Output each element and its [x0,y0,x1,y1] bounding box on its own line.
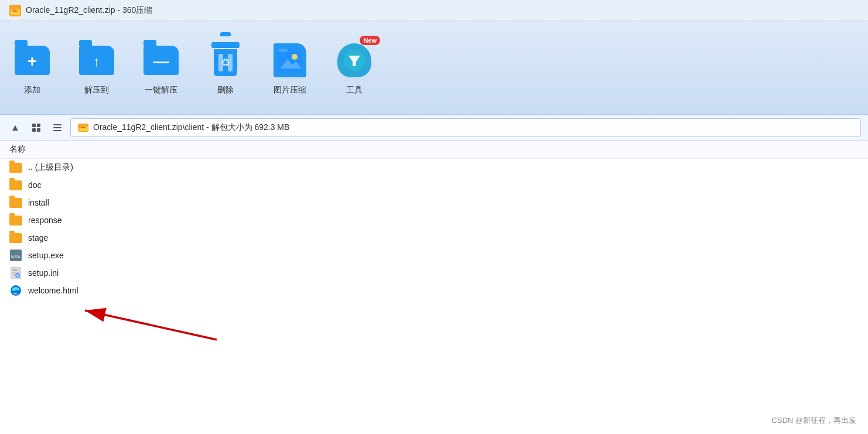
file-list-area: 名称 .. (上级目录) doc install response [0,141,868,434]
svg-rect-20 [81,127,86,128]
file-item-welcome-html[interactable]: welcome.html [0,282,868,299]
nav-up-button[interactable]: ▲ [7,119,23,136]
file-item-doc[interactable]: doc [0,176,868,194]
column-header-name: 名称 [0,141,868,159]
svg-rect-14 [53,124,61,125]
file-item-name: setup.exe [28,251,64,260]
file-item-name: setup.ini [28,268,59,278]
svg-rect-5 [278,49,288,52]
folder-icon [9,233,22,243]
watermark: CSDN @新征程，再出发 [771,415,856,426]
svg-rect-12 [32,128,36,132]
zip-path-icon [78,124,88,132]
file-item-name: stage [28,233,48,242]
one-click-icon: — [141,40,181,80]
toolbar-img-compress-label: 图片压缩 [274,85,306,95]
toolbar-one-click-label: 一键解压 [145,85,177,95]
folder-icon [9,197,22,208]
delete-icon: ♻ [206,40,245,80]
html-icon [9,285,22,296]
file-item-setup-exe[interactable]: EXE setup.exe [0,247,868,264]
folder-icon [9,180,22,190]
toolbar-add[interactable]: + 添加 [12,40,53,95]
svg-text:EXE: EXE [11,254,20,259]
toolbar-one-click[interactable]: — 一键解压 [141,40,182,95]
toolbar-extract-to-label: 解压到 [84,85,109,95]
file-item-name: response [28,216,62,225]
folder-icon [9,162,22,173]
svg-rect-2 [11,8,15,11]
main-content: + 添加 ↑ 解压到 — 一键解压 [0,21,868,434]
file-item-name: .. (上级目录) [28,162,73,173]
svg-rect-10 [32,124,36,127]
svg-rect-11 [37,124,40,127]
nav-grid-view-button[interactable] [28,119,45,136]
file-item-name: welcome.html [28,286,78,295]
address-path-text: Oracle_11gR2_client.zip\client - 解包大小为 6… [93,122,289,133]
svg-rect-13 [37,128,40,132]
img-compress-icon [270,40,310,80]
toolbar-add-label: 添加 [24,85,40,95]
svg-point-6 [292,54,298,60]
svg-rect-15 [53,127,61,128]
svg-rect-25 [12,272,20,273]
file-item-name: doc [28,180,42,190]
file-item-install[interactable]: install [0,194,868,211]
app-icon [9,5,21,16]
file-item-response[interactable]: response [0,211,868,229]
toolbar-tools[interactable]: New 工具 [334,40,375,95]
file-item-setup-ini[interactable]: setup.ini [0,264,868,282]
toolbar-tools-label: 工具 [346,85,363,95]
folder-icon [9,215,22,225]
svg-rect-24 [12,269,18,271]
svg-rect-23 [11,267,21,279]
toolbar: + 添加 ↑ 解压到 — 一键解压 [0,21,868,115]
file-item-stage[interactable]: stage [0,229,868,247]
toolbar-delete[interactable]: ♻ 删除 [205,40,246,95]
file-item-name: install [28,198,49,207]
address-path-box[interactable]: Oracle_11gR2_client.zip\client - 解包大小为 6… [70,118,861,137]
nav-list-view-button[interactable] [49,119,66,136]
toolbar-delete-label: 删除 [217,85,234,95]
file-item-parent[interactable]: .. (上级目录) [0,159,868,176]
ini-icon [9,268,22,278]
toolbar-extract-to[interactable]: ↑ 解压到 [76,40,117,95]
toolbar-img-compress[interactable]: 图片压缩 [269,40,310,95]
title-bar-text: Oracle_11gR2_client.zip - 360压缩 [26,5,152,16]
new-badge: New [360,36,380,45]
svg-rect-3 [13,11,18,12]
exe-icon: EXE [9,250,22,261]
add-folder-icon: + [12,40,52,80]
svg-rect-16 [53,130,61,131]
tools-icon: New [334,40,374,80]
extract-to-icon: ↑ [77,40,117,80]
address-bar: ▲ Oracle_11gR2_client [0,115,868,141]
title-bar: Oracle_11gR2_client.zip - 360压缩 [0,0,868,21]
